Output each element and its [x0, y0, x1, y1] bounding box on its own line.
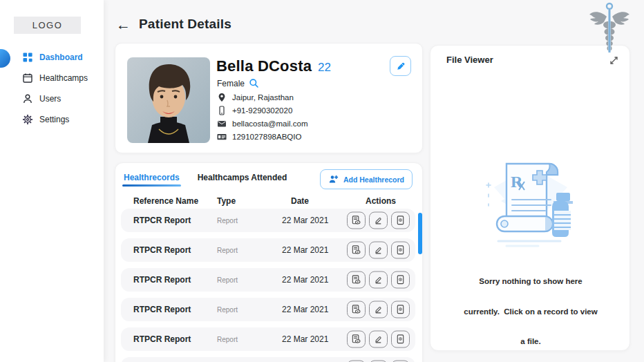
search-icon[interactable] [249, 78, 259, 88]
column-header-date: Date [291, 196, 309, 206]
sidebar-item-dashboard[interactable]: Dashboard [0, 47, 104, 68]
column-header-type: Type [217, 196, 236, 206]
add-healthrecord-button[interactable]: Add Healthrecord [320, 169, 413, 189]
id-card-icon [217, 132, 227, 142]
app-logo: LOGO [14, 17, 81, 34]
phone-icon [217, 106, 227, 115]
add-healthrecord-label: Add Healthrecord [343, 175, 404, 184]
edit-record-button[interactable] [369, 242, 388, 259]
file-record-button[interactable] [391, 331, 410, 348]
edit-patient-button[interactable] [390, 56, 411, 76]
record-type: Report [217, 247, 238, 254]
record-reference-name: RTPCR Report [133, 305, 191, 314]
table-row[interactable]: RTPCR Report Report 22 Mar 2021 [121, 327, 415, 351]
record-reference-name: RTPCR Report [133, 334, 191, 344]
patient-id-row: 1291027898ABQIO [217, 132, 301, 142]
empty-state-message: Sorry nothing to show here currently. Cl… [451, 256, 610, 362]
view-record-button[interactable] [347, 272, 366, 289]
record-type: Report [217, 336, 238, 343]
record-date: 22 Mar 2021 [282, 216, 328, 225]
column-header-actions: Actions [366, 196, 396, 206]
file-record-button[interactable] [391, 212, 410, 229]
empty-message-line: Sorry nothing to show here [451, 276, 610, 287]
empty-state-illustration: R [479, 147, 583, 252]
patient-location-row: Jaipur, Rajasthan [217, 93, 294, 102]
dashboard-icon [22, 52, 33, 63]
view-record-button[interactable] [347, 301, 366, 318]
expand-icon[interactable] [608, 55, 621, 67]
patient-location: Jaipur, Rajasthan [232, 93, 294, 102]
user-icon [22, 93, 33, 104]
edit-record-button[interactable] [369, 272, 388, 289]
records-table-header: Reference Name Type Date Actions [115, 196, 422, 209]
record-reference-name: RTPCR Report [133, 216, 191, 225]
sidebar-item-healthcamps[interactable]: Healthcamps [0, 68, 104, 88]
sidebar-item-label: Settings [39, 115, 69, 124]
file-record-button[interactable] [391, 272, 410, 289]
page-title: Patient Details [139, 17, 231, 32]
record-date: 22 Mar 2021 [282, 305, 328, 314]
sidebar-item-label: Healthcamps [39, 73, 88, 83]
empty-message-line: a file. [451, 336, 610, 347]
back-arrow-icon[interactable]: ← [116, 17, 131, 32]
record-reference-name: RTPCR Report [133, 275, 191, 285]
edit-record-button[interactable] [369, 212, 388, 229]
empty-message-line: currently. Click on a record to view [451, 307, 610, 317]
sidebar-item-users[interactable]: Users [0, 88, 104, 109]
file-record-button[interactable] [391, 301, 410, 318]
patient-gender: Female [217, 79, 245, 88]
record-date: 22 Mar 2021 [282, 275, 328, 285]
record-reference-name: RTPCR Report [133, 245, 191, 255]
patient-name: Bella DCosta [216, 57, 312, 75]
table-row[interactable]: RTPCR Report Report 22 Mar 2021 [121, 298, 415, 321]
record-type: Report [217, 217, 238, 225]
patient-gender-row: Female [217, 78, 259, 88]
table-row[interactable]: RTPCR Report Report 22 Mar 2021 [121, 357, 415, 362]
records-tabs: Healthrecords Healthcamps Attended [122, 171, 288, 187]
table-row[interactable]: RTPCR Report Report 22 Mar 2021 [121, 268, 415, 292]
view-record-button[interactable] [347, 212, 366, 229]
pencil-icon [395, 61, 406, 72]
file-viewer-title: File Viewer [446, 55, 493, 65]
patient-phone: +91-9290302020 [232, 106, 292, 115]
mail-icon [217, 119, 227, 128]
sidebar: LOGO Dashboard [0, 0, 104, 362]
sidebar-item-settings[interactable]: Settings [0, 109, 104, 130]
patient-age: 22 [318, 61, 331, 75]
file-record-button[interactable] [391, 242, 410, 259]
tab-healthcamps-attended[interactable]: Healthcamps Attended [196, 171, 289, 187]
location-pin-icon [217, 93, 227, 102]
sidebar-nav: Dashboard Healthcamps [0, 47, 104, 130]
view-record-button[interactable] [347, 242, 366, 259]
add-record-icon [328, 174, 339, 184]
patient-photo [127, 57, 210, 143]
record-date: 22 Mar 2021 [282, 245, 328, 255]
sidebar-item-label: Users [39, 94, 61, 104]
patient-email-row: bellacosta@mail.com [217, 119, 307, 128]
patient-id-number: 1291027898ABQIO [232, 133, 301, 141]
sidebar-item-label: Dashboard [39, 53, 83, 62]
gear-icon [22, 114, 33, 125]
record-type: Report [217, 276, 238, 284]
edit-record-button[interactable] [369, 331, 388, 348]
patient-email: bellacosta@mail.com [232, 120, 307, 128]
svg-text:R: R [511, 173, 523, 191]
edit-record-button[interactable] [369, 301, 388, 318]
table-row[interactable]: RTPCR Report Report 22 Mar 2021 [121, 209, 415, 232]
app-window: LOGO Dashboard [0, 0, 644, 362]
column-header-reference-name: Reference Name [133, 196, 198, 206]
table-row[interactable]: RTPCR Report Report 22 Mar 2021 [121, 238, 415, 262]
patient-details-card: Bella DCosta 22 Female Jaipur, Rajasthan [115, 43, 423, 153]
caduceus-icon [587, 1, 632, 54]
record-type: Report [217, 306, 238, 314]
tab-healthrecords[interactable]: Healthrecords [122, 171, 181, 187]
healthrecords-card: Healthrecords Healthcamps Attended Add H… [115, 162, 423, 362]
calendar-icon [22, 73, 33, 84]
page-header: ← Patient Details [116, 17, 231, 32]
records-scrollbar[interactable] [418, 213, 422, 254]
record-date: 22 Mar 2021 [282, 334, 328, 344]
file-viewer-panel: File Viewer R [430, 45, 630, 351]
view-record-button[interactable] [347, 331, 366, 348]
patient-phone-row: +91-9290302020 [217, 106, 292, 115]
